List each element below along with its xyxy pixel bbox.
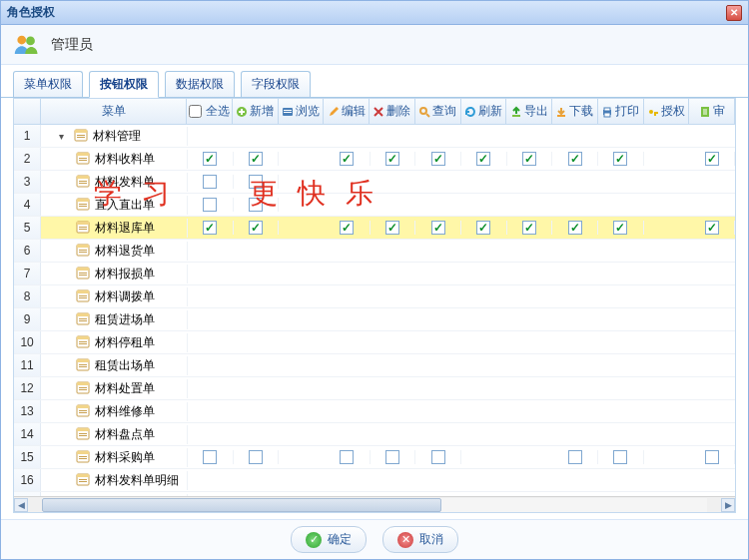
col-browse[interactable]: 浏览 bbox=[279, 99, 325, 124]
table-row[interactable]: 6材料退货单 bbox=[14, 240, 735, 263]
tab-3[interactable]: 字段权限 bbox=[241, 71, 311, 98]
col-print[interactable]: 打印 bbox=[598, 99, 644, 124]
cell-export[interactable] bbox=[507, 152, 553, 166]
row-label: 材料维修单 bbox=[95, 403, 155, 420]
tab-2[interactable]: 数据权限 bbox=[165, 71, 235, 98]
cell-add[interactable] bbox=[234, 152, 280, 166]
row-label: 材料调拨单 bbox=[95, 288, 155, 305]
cell-all[interactable] bbox=[188, 450, 234, 464]
scroll-left-icon[interactable]: ◀ bbox=[14, 498, 28, 512]
col-auth[interactable]: 授权 bbox=[644, 99, 690, 124]
row-icon bbox=[75, 287, 91, 306]
col-refresh[interactable]: 刷新 bbox=[461, 99, 507, 124]
table-row[interactable]: 9租赁进场单 bbox=[14, 308, 735, 331]
svg-rect-37 bbox=[79, 252, 87, 253]
row-icon bbox=[75, 379, 91, 398]
menu-cell: 材料调拨单 bbox=[41, 287, 188, 306]
cell-delete[interactable] bbox=[371, 152, 416, 166]
col-delete[interactable]: 删除 bbox=[370, 99, 415, 124]
horizontal-scrollbar[interactable]: ◀ ▶ bbox=[14, 496, 735, 512]
svg-rect-65 bbox=[79, 412, 87, 413]
cell-all[interactable] bbox=[188, 221, 234, 235]
cell-audit[interactable] bbox=[689, 152, 735, 166]
cell-print[interactable] bbox=[598, 152, 644, 166]
table-row[interactable]: 4直入直出单 bbox=[14, 194, 735, 217]
grid-header: 菜单全选新增浏览编辑删除查询刷新导出下载打印授权审 bbox=[14, 99, 735, 125]
col-all[interactable]: 全选 bbox=[187, 99, 233, 124]
svg-rect-44 bbox=[79, 295, 87, 296]
col-audit[interactable]: 审 bbox=[689, 99, 735, 124]
cell-edit[interactable] bbox=[325, 152, 371, 166]
cell-add[interactable] bbox=[234, 221, 280, 235]
cell-export[interactable] bbox=[507, 221, 553, 235]
table-row[interactable]: 5材料退库单 bbox=[14, 217, 735, 240]
table-row[interactable]: 14材料盘点单 bbox=[14, 423, 735, 446]
cell-add[interactable] bbox=[234, 175, 280, 189]
tree-toggle-icon[interactable]: ▾ bbox=[59, 131, 69, 142]
row-label: 材料报损单 bbox=[95, 266, 155, 282]
cell-query[interactable] bbox=[415, 152, 461, 166]
table-row[interactable]: 11租赁出场单 bbox=[14, 354, 735, 377]
svg-rect-28 bbox=[79, 204, 87, 205]
cell-delete[interactable] bbox=[371, 450, 416, 464]
table-row[interactable]: 16材料发料单明细 bbox=[14, 469, 735, 492]
cell-download[interactable] bbox=[552, 221, 598, 235]
table-row[interactable]: 12材料处置单 bbox=[14, 377, 735, 400]
close-icon[interactable]: ✕ bbox=[726, 5, 742, 21]
table-row[interactable]: 3材料发料单 bbox=[14, 171, 735, 194]
cell-edit[interactable] bbox=[325, 450, 371, 464]
menu-cell: 租赁出场单 bbox=[41, 356, 188, 375]
cell-add[interactable] bbox=[234, 198, 280, 212]
menu-cell: 材料处置单 bbox=[41, 379, 188, 398]
svg-rect-35 bbox=[77, 245, 89, 248]
svg-rect-63 bbox=[77, 405, 89, 408]
table-row[interactable]: 10材料停租单 bbox=[14, 331, 735, 354]
svg-rect-33 bbox=[79, 229, 87, 230]
cell-download[interactable] bbox=[552, 152, 598, 166]
users-icon bbox=[13, 33, 41, 57]
cell-audit[interactable] bbox=[689, 450, 735, 464]
row-icon bbox=[75, 219, 91, 238]
table-row[interactable]: 7材料报损单 bbox=[14, 263, 735, 285]
scroll-thumb[interactable] bbox=[42, 498, 441, 512]
cell-all[interactable] bbox=[188, 198, 234, 212]
tab-1[interactable]: 按钮权限 bbox=[89, 71, 159, 98]
cell-audit[interactable] bbox=[689, 221, 735, 235]
col-download[interactable]: 下载 bbox=[552, 99, 598, 124]
cell-refresh[interactable] bbox=[461, 152, 507, 166]
cell-add[interactable] bbox=[234, 450, 280, 464]
ok-button[interactable]: ✓ 确定 bbox=[291, 526, 367, 553]
svg-rect-8 bbox=[557, 115, 565, 117]
menu-cell: 租赁进场单 bbox=[41, 310, 188, 329]
cell-refresh[interactable] bbox=[461, 221, 507, 235]
svg-rect-76 bbox=[79, 479, 87, 480]
col-query[interactable]: 查询 bbox=[415, 99, 461, 124]
scroll-right-icon[interactable]: ▶ bbox=[721, 498, 735, 512]
cell-all[interactable] bbox=[188, 152, 234, 166]
tab-0[interactable]: 菜单权限 bbox=[13, 71, 83, 98]
grid-body[interactable]: 学习更快乐 1▾材料管理2材料收料单3材料发料单4直入直出单5材料退库单6材料退… bbox=[14, 125, 735, 496]
col-add[interactable]: 新增 bbox=[233, 99, 279, 124]
svg-point-12 bbox=[649, 110, 653, 114]
cell-query[interactable] bbox=[415, 221, 461, 235]
title-bar: 角色授权 ✕ bbox=[1, 1, 748, 25]
col-edit[interactable]: 编辑 bbox=[324, 99, 370, 124]
table-row[interactable]: 17材料收料单明细 bbox=[14, 492, 735, 496]
cell-edit[interactable] bbox=[325, 221, 371, 235]
cell-all[interactable] bbox=[188, 175, 234, 189]
row-icon bbox=[75, 448, 91, 467]
table-row[interactable]: 2材料收料单 bbox=[14, 148, 735, 171]
svg-rect-52 bbox=[79, 341, 87, 342]
table-row[interactable]: 15材料采购单 bbox=[14, 446, 735, 469]
row-number: 1 bbox=[14, 125, 41, 147]
cell-print[interactable] bbox=[598, 221, 644, 235]
table-row[interactable]: 8材料调拨单 bbox=[14, 285, 735, 308]
cell-download[interactable] bbox=[552, 450, 598, 464]
cell-print[interactable] bbox=[598, 450, 644, 464]
cancel-button[interactable]: ✕ 取消 bbox=[382, 526, 458, 553]
cell-query[interactable] bbox=[415, 450, 461, 464]
table-row[interactable]: 1▾材料管理 bbox=[14, 125, 735, 148]
table-row[interactable]: 13材料维修单 bbox=[14, 400, 735, 423]
cell-delete[interactable] bbox=[371, 221, 416, 235]
col-export[interactable]: 导出 bbox=[506, 99, 552, 124]
